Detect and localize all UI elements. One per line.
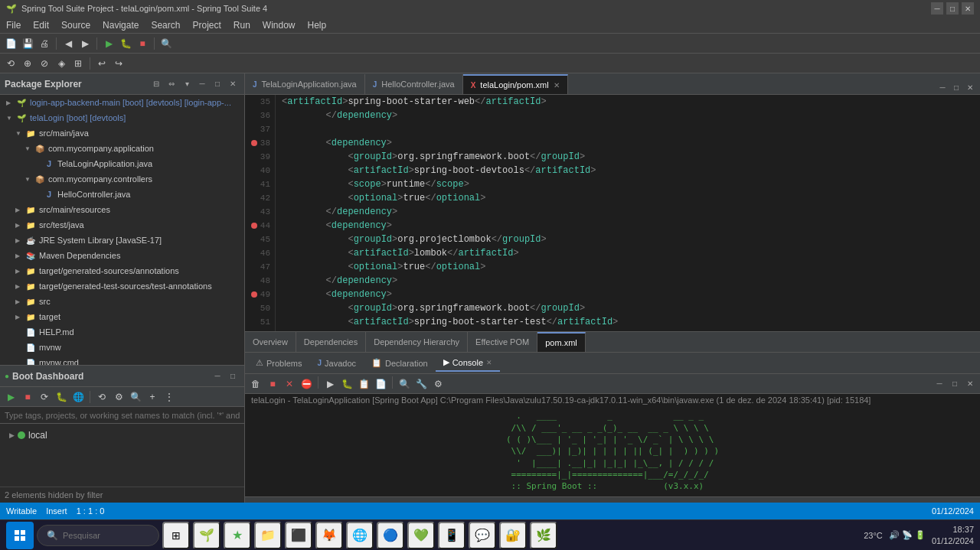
windows-start-button[interactable] xyxy=(6,522,34,549)
console-history-button[interactable]: 📋 xyxy=(356,376,371,392)
maximize-panel-button[interactable]: □ xyxy=(211,77,224,91)
boot-filter-button[interactable]: 🔍 xyxy=(128,389,143,405)
menu-run[interactable]: Run xyxy=(227,17,256,33)
boot-start-button[interactable]: ▶ xyxy=(3,389,18,405)
app2-button[interactable]: 💚 xyxy=(407,522,435,549)
toolbar2-btn1[interactable]: ⟲ xyxy=(3,56,18,71)
menu-edit[interactable]: Edit xyxy=(27,17,55,33)
app6-button[interactable]: 🌿 xyxy=(530,522,557,549)
tree-item-target-gen[interactable]: ▶ 📁 target/generated-sources/annotations xyxy=(0,263,244,278)
close-tab-button[interactable]: ✕ xyxy=(554,81,560,89)
tree-item-tela-login[interactable]: ▼ 🌱 telaLogin [boot] [devtools] xyxy=(0,110,244,125)
terminal-button[interactable]: ⬛ xyxy=(285,522,312,549)
console-run-button[interactable]: ▶ xyxy=(322,376,338,392)
tab-declaration[interactable]: 📋 Declaration xyxy=(364,355,436,371)
tree-item-maven[interactable]: ▶ 📚 Maven Dependencies xyxy=(0,248,244,263)
console-copy-button[interactable]: 📄 xyxy=(373,376,388,392)
console-maximize-button[interactable]: □ xyxy=(948,377,962,391)
link-editor-button[interactable]: ⇔ xyxy=(165,77,178,91)
boot-more-button[interactable]: ⋮ xyxy=(162,389,177,405)
close-console-button[interactable]: ✕ xyxy=(486,359,492,366)
tree-item-target-test[interactable]: ▶ 📁 target/generated-test-sources/test-a… xyxy=(0,278,244,294)
toolbar2-btn6[interactable]: ↩ xyxy=(94,56,109,71)
browser-button1[interactable]: 🦊 xyxy=(315,522,343,549)
window-controls[interactable]: ─ □ ✕ xyxy=(931,2,974,15)
console-debug-button[interactable]: 🐛 xyxy=(339,376,354,392)
debug-button[interactable]: 🐛 xyxy=(118,36,133,51)
view-menu-button[interactable]: ▾ xyxy=(180,77,194,91)
menu-window[interactable]: Window xyxy=(256,17,302,33)
tree-item-hello-ctrl[interactable]: J HelloController.java xyxy=(0,187,244,202)
code-editor[interactable]: 35 36 37 38 39 40 xyxy=(245,95,980,331)
toolbar2-btn4[interactable]: ◈ xyxy=(54,56,69,71)
tab-dependencies[interactable]: Dependencies xyxy=(296,332,366,352)
editor-close-button[interactable]: ✕ xyxy=(963,80,977,94)
console-search-button[interactable]: 🔍 xyxy=(397,376,412,392)
toolbar2-btn3[interactable]: ⊘ xyxy=(37,56,52,71)
browser-button2[interactable]: 🌐 xyxy=(346,522,374,549)
spring-tools-button[interactable]: 🌱 xyxy=(193,522,220,549)
explorer-button[interactable]: 📁 xyxy=(254,522,282,549)
toolbar2-btn2[interactable]: ⊕ xyxy=(20,56,35,71)
horizontal-scrollbar[interactable] xyxy=(245,496,980,503)
editor-maximize-button[interactable]: □ xyxy=(949,80,963,94)
app4-button[interactable]: 💬 xyxy=(469,522,496,549)
tree-item-com-app[interactable]: ▼ 📦 com.mycompany.application xyxy=(0,141,244,156)
boot-minimize-button[interactable]: ─ xyxy=(211,369,224,383)
tab-overview[interactable]: Overview xyxy=(245,332,296,352)
tree-item-target[interactable]: ▶ 📁 target xyxy=(0,309,244,324)
close-button[interactable]: ✕ xyxy=(962,2,974,15)
console-disconnect-button[interactable]: ⛔ xyxy=(299,376,314,392)
tree-item-mvnw[interactable]: 📄 mvnw xyxy=(0,340,244,355)
console-clear-button[interactable]: 🗑 xyxy=(248,376,263,392)
run-button[interactable]: ▶ xyxy=(101,36,116,51)
boot-search-input[interactable] xyxy=(0,407,244,424)
print-button[interactable]: 🖨 xyxy=(37,36,52,51)
boot-maximize-button[interactable]: □ xyxy=(226,369,240,383)
boot-local-item[interactable]: ▶ local xyxy=(3,427,241,444)
back-button[interactable]: ◀ xyxy=(60,36,76,51)
taskbar-search-input[interactable] xyxy=(63,531,149,540)
tree-item-mvnw-cmd[interactable]: 📄 mvnw.cmd xyxy=(0,355,244,365)
tree-item-help[interactable]: 📄 HELP.md xyxy=(0,324,244,340)
tree-item-tela-app-java[interactable]: J TelaLoginApplication.java xyxy=(0,156,244,171)
code-content[interactable]: <artifactId>spring-boot-starter-web</art… xyxy=(276,95,980,331)
menu-navigate[interactable]: Navigate xyxy=(96,17,145,33)
boot-refresh-button[interactable]: ⟲ xyxy=(94,389,109,405)
menu-help[interactable]: Help xyxy=(302,17,333,33)
search-toolbar-button[interactable]: 🔍 xyxy=(158,36,174,51)
editor-minimize-button[interactable]: ─ xyxy=(936,80,949,94)
tab-javadoc[interactable]: J Javadoc xyxy=(309,356,364,371)
app1-button[interactable]: 🔵 xyxy=(377,522,404,549)
minimize-panel-button[interactable]: ─ xyxy=(195,77,209,91)
boot-restart-button[interactable]: ⟳ xyxy=(37,389,52,405)
tree-item-jre[interactable]: ▶ ☕ JRE System Library [JavaSE-17] xyxy=(0,233,244,248)
tree-item-src[interactable]: ▶ 📁 src xyxy=(0,294,244,309)
tree-item-src-main[interactable]: ▼ 📁 src/main/java xyxy=(0,125,244,141)
menu-project[interactable]: Project xyxy=(186,17,227,33)
tab-dependency-hierarchy[interactable]: Dependency Hierarchy xyxy=(366,332,468,352)
console-minimize-button[interactable]: ─ xyxy=(933,377,946,391)
tree-item-src-test[interactable]: ▶ 📁 src/test/java xyxy=(0,217,244,233)
boot-open-button[interactable]: 🌐 xyxy=(70,389,86,405)
new-button[interactable]: 📄 xyxy=(3,36,18,51)
tree-item-src-resources[interactable]: ▶ 📁 src/main/resources xyxy=(0,202,244,217)
boot-add-button[interactable]: + xyxy=(145,389,160,405)
minimize-button[interactable]: ─ xyxy=(931,2,943,15)
toolbar2-btn7[interactable]: ↪ xyxy=(111,56,126,71)
boot-debug-button[interactable]: 🐛 xyxy=(54,389,69,405)
app3-button[interactable]: 📱 xyxy=(438,522,466,549)
console-filter-button[interactable]: 🔧 xyxy=(413,376,429,392)
menu-file[interactable]: File xyxy=(0,17,27,33)
maximize-button[interactable]: □ xyxy=(946,2,959,15)
cortana-button[interactable]: ★ xyxy=(224,522,251,549)
close-panel-button[interactable]: ✕ xyxy=(226,77,240,91)
tab-hello-ctrl[interactable]: J HelloController.java xyxy=(365,74,463,94)
task-view-button[interactable]: ⊞ xyxy=(162,522,190,549)
tab-console[interactable]: ▶ Console ✕ xyxy=(436,354,500,372)
forward-button[interactable]: ▶ xyxy=(77,36,93,51)
tab-pom-xml[interactable]: X telaLogin/pom.xml ✕ xyxy=(463,74,568,94)
console-settings-button[interactable]: ⚙ xyxy=(430,376,446,392)
boot-stop-button[interactable]: ■ xyxy=(20,389,35,405)
tab-pom-xml[interactable]: pom.xml xyxy=(537,332,586,352)
